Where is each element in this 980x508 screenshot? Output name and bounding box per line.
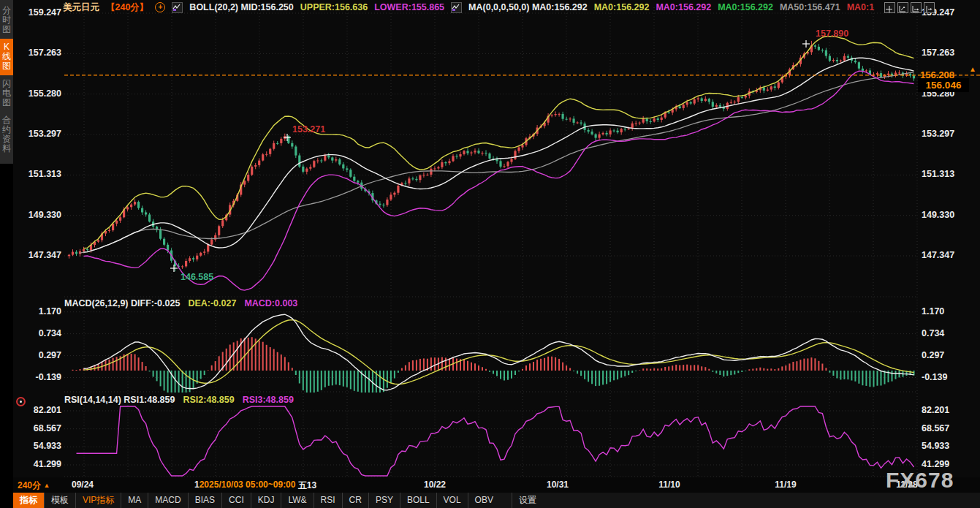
toolbar-item-MACD[interactable]: MACD (148, 493, 187, 508)
main-ytick-left-3: 153.297 (13, 129, 61, 139)
toolbar-item-设置[interactable]: 设置 (512, 493, 543, 508)
chart-canvas[interactable]: 157.890153.271146.585 (0, 0, 980, 508)
x-tick-09/24: 09/24 (57, 479, 108, 490)
indicator-toolbar: 指标模板VIP指标MAMACDBIASCCIKDJLW&RSICRPSYBOLL… (13, 493, 980, 508)
toolbar-item-MA[interactable]: MA (121, 493, 148, 508)
toolbar-item-BIAS[interactable]: BIAS (188, 493, 221, 508)
svg-text:153.271: 153.271 (292, 124, 325, 134)
macd-header-item-1: MACD(26,12,9) DIFF:-0.025 (64, 298, 180, 308)
rsi-target-icon[interactable] (16, 397, 26, 406)
view-mode-sidebar: 分时图K线图闪电图合约资料 (0, 0, 13, 508)
crosshair-date-piece-1: 1 (194, 479, 200, 492)
toolbar-item-VIP指标[interactable]: VIP指标 (75, 493, 121, 508)
scale-vertical-icon[interactable] (897, 2, 908, 13)
price-marker-icon: ▲ (969, 65, 976, 73)
crosshair-date-piece-2: 2025/10/03 05:00~09:00 (200, 479, 298, 492)
macd-readout-header: MACD(26,12,9) DIFF:-0.025DEA:-0.027MACD:… (64, 298, 297, 308)
symbol-title: 美元日元 (63, 1, 99, 14)
macd-ytick-right-3: -0.139 (922, 372, 947, 382)
boll-upper-readout: UPPER:156.636 (300, 2, 368, 12)
crosshair-date-readout: 12025/10/03 05:00~09:00 五13 (194, 479, 316, 492)
x-tick-10/22: 10/22 (409, 479, 460, 490)
main-ytick-right-5: 149.330 (922, 210, 954, 220)
macd-ytick-left-3: -0.139 (13, 372, 61, 382)
crosshair-date-piece-3: 五13 (298, 479, 316, 492)
toolbar-item-CR[interactable]: CR (342, 493, 368, 508)
time-axis-row: 240分 ▲ 12025/10/03 05:00~09:00 五13 09/24… (0, 477, 980, 493)
rsi-header-item-3: RSI3:48.859 (243, 395, 294, 405)
rsi-ytick-right-1: 68.567 (922, 423, 949, 433)
main-ytick-left-6: 147.347 (13, 250, 61, 260)
svg-text:157.890: 157.890 (816, 29, 848, 39)
sidebar-item-1[interactable]: 分时图 (0, 2, 13, 39)
rsi-header-item-1: RSI(14,14,14) RSI1:48.859 (64, 395, 175, 405)
ma0-magenta-readout: MA0:156.292 (656, 2, 711, 12)
main-ytick-right-1: 157.263 (922, 48, 954, 58)
main-ytick-left-5: 149.330 (13, 210, 61, 220)
main-ytick-right-4: 151.313 (922, 169, 954, 179)
last-price-badge: 156.046 (918, 78, 969, 92)
x-tick-11/10: 11/10 (644, 479, 695, 490)
x-tick-10/31: 10/31 (532, 479, 583, 490)
scale-horizontal-icon[interactable] (911, 2, 922, 13)
rsi-ytick-right-2: 54.933 (922, 441, 949, 451)
watermark: FX678 (886, 468, 954, 493)
timeframe-arrow-icon: ▲ (43, 482, 50, 489)
main-ytick-left-2: 155.280 (13, 88, 61, 99)
rsi-ytick-left-3: 41.299 (13, 459, 61, 469)
toolbar-item-OBV[interactable]: OBV (468, 493, 500, 508)
ma-indicator-icon[interactable] (451, 2, 462, 13)
macd-header-item-2: DEA:-0.027 (188, 298, 236, 308)
timeframe-selector[interactable]: 240分 ▲ (18, 479, 50, 492)
ma0-yellow-readout: MA0:156.292 (594, 2, 650, 12)
pan-icon[interactable] (884, 2, 895, 13)
toolbar-item-RSI[interactable]: RSI (314, 493, 342, 508)
ma0-white-readout: MA(0,0,0,50,0) MA0:156.292 (468, 2, 588, 12)
window-controls (884, 2, 935, 13)
rsi-ytick-right-0: 82.201 (922, 405, 949, 415)
toolbar-item-PSY[interactable]: PSY (368, 493, 400, 508)
main-ytick-left-0: 159.247 (13, 7, 61, 18)
macd-ytick-left-1: 0.734 (13, 328, 61, 338)
toolbar-item-CCI[interactable]: CCI (221, 493, 251, 508)
toolbar-item-KDJ[interactable]: KDJ (251, 493, 281, 508)
macd-ytick-right-0: 1.170 (922, 306, 944, 316)
toolbar-item-指标[interactable]: 指标 (13, 493, 44, 508)
rsi-ytick-left-0: 82.201 (13, 405, 61, 415)
toolbar-item-模板[interactable]: 模板 (44, 493, 75, 508)
rsi-header-item-2: RSI2:48.859 (183, 395, 234, 405)
main-ytick-right-6: 147.347 (922, 250, 954, 260)
toolbar-item-LW&[interactable]: LW& (281, 493, 313, 508)
timeframe-label: 【240分】 (106, 1, 148, 14)
ma50-readout: MA50:156.471 (780, 2, 840, 12)
sidebar-item-4[interactable]: 合约资料 (0, 112, 13, 158)
rsi-ytick-left-1: 68.567 (13, 423, 61, 433)
macd-ytick-left-2: 0.297 (13, 350, 61, 360)
ma0-green-readout: MA0:156.292 (718, 2, 773, 12)
macd-header-item-3: MACD:0.003 (244, 298, 297, 308)
boll-lower-readout: LOWER:155.865 (374, 2, 444, 12)
boll-mid-readout: BOLL(20,2) MID:156.250 (189, 2, 293, 12)
ma0-red-readout: MA0:1 (847, 2, 875, 12)
collapse-panel-icon[interactable] (924, 2, 935, 13)
macd-ytick-right-1: 0.734 (922, 328, 944, 338)
add-indicator-icon[interactable]: + (155, 2, 165, 12)
macd-ytick-left-0: 1.170 (13, 306, 61, 316)
sidebar-item-2[interactable]: K线图 (0, 39, 13, 75)
main-indicator-legend: 美元日元【240分】+BOLL(20,2) MID:156.250UPPER:1… (63, 1, 874, 13)
rsi-readout-header: RSI(14,14,14) RSI1:48.859RSI2:48.859RSI3… (64, 395, 294, 405)
rsi-ytick-left-2: 54.933 (13, 441, 61, 451)
boll-indicator-icon[interactable] (172, 2, 183, 13)
sidebar-item-3[interactable]: 闪电图 (0, 75, 13, 112)
svg-text:146.585: 146.585 (181, 272, 213, 282)
main-ytick-right-3: 153.297 (922, 129, 954, 139)
macd-ytick-right-2: 0.297 (922, 350, 944, 360)
toolbar-item-BOLL[interactable]: BOLL (400, 493, 436, 508)
main-ytick-left-4: 151.313 (13, 169, 61, 179)
toolbar-item-VOL[interactable]: VOL (436, 493, 468, 508)
x-tick-11/19: 11/19 (760, 479, 811, 490)
main-ytick-left-1: 157.263 (13, 48, 61, 58)
sidebar-tab-strip: 分时图K线图闪电图合约资料 (0, 0, 13, 164)
